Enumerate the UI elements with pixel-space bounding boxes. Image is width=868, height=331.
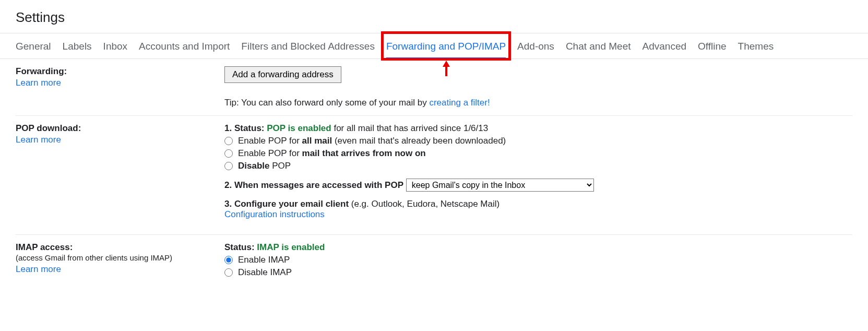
tabs-bar: GeneralLabelsInboxAccounts and ImportFil… — [0, 33, 868, 59]
pop-q3-bold: 3. Configure your email client — [224, 199, 349, 209]
pop-opt1-b: all mail — [302, 136, 332, 146]
imap-status-prefix: Status: — [224, 242, 257, 252]
tab-labels[interactable]: Labels — [63, 33, 92, 58]
tab-themes[interactable]: Themes — [738, 33, 774, 58]
pop-opt2-b: mail that arrives from now on — [302, 148, 426, 158]
configuration-instructions-link[interactable]: Configuration instructions — [224, 209, 325, 219]
forwarding-tip-text: Tip: You can also forward only some of y… — [224, 98, 429, 108]
pop-status-enabled: POP is enabled — [267, 123, 331, 133]
tab-chat-and-meet[interactable]: Chat and Meet — [566, 33, 631, 58]
section-imap: IMAP access: (access Gmail from other cl… — [16, 235, 852, 287]
imap-learn-more-link[interactable]: Learn more — [16, 264, 61, 275]
pop-q2-label: 2. When messages are accessed with POP — [224, 180, 403, 190]
tab-offline[interactable]: Offline — [698, 33, 727, 58]
pop-status-line: 1. Status: POP is enabled for all mail t… — [224, 123, 852, 134]
pop-option-now-on[interactable]: Enable POP for mail that arrives from no… — [224, 148, 852, 159]
tab-advanced[interactable]: Advanced — [643, 33, 687, 58]
forwarding-learn-more-link[interactable]: Learn more — [16, 78, 61, 88]
pop-q3-rest: (e.g. Outlook, Eudora, Netscape Mail) — [349, 199, 500, 209]
imap-option-enable[interactable]: Enable IMAP — [224, 255, 852, 265]
imap-subtitle: (access Gmail from other clients using I… — [16, 253, 172, 262]
tab-filters-and-blocked-addresses[interactable]: Filters and Blocked Addresses — [241, 33, 375, 58]
imap-title: IMAP access: — [16, 242, 73, 252]
pop-status-prefix: 1. Status: — [224, 123, 267, 133]
imap-radio-disable[interactable] — [224, 268, 233, 277]
pop-option-disable[interactable]: Disable POP — [224, 161, 852, 171]
pop-radio-now-on[interactable] — [224, 149, 233, 158]
section-forwarding: Forwarding: Learn more Add a forwarding … — [16, 59, 852, 116]
pop-when-accessed-row: 2. When messages are accessed with POP k… — [224, 179, 852, 192]
tab-inbox[interactable]: Inbox — [103, 33, 127, 58]
tab-accounts-and-import[interactable]: Accounts and Import — [139, 33, 230, 58]
section-pop: POP download: Learn more 1. Status: POP … — [16, 116, 852, 235]
pop-action-select[interactable]: keep Gmail's copy in the Inbox — [406, 179, 594, 192]
forwarding-title: Forwarding: — [16, 66, 67, 76]
imap-option-disable[interactable]: Disable IMAP — [224, 267, 852, 278]
imap-disable-label: Disable IMAP — [238, 267, 292, 278]
create-filter-link[interactable]: creating a filter! — [429, 98, 490, 108]
page-title: Settings — [0, 0, 868, 33]
add-forwarding-address-button[interactable]: Add a forwarding address — [224, 66, 341, 83]
pop-opt2-a: Enable POP for — [238, 148, 302, 158]
pop-configure-line: 3. Configure your email client (e.g. Out… — [224, 199, 852, 209]
imap-status-enabled: IMAP is enabled — [257, 242, 325, 252]
pop-opt3-b: POP — [269, 161, 291, 171]
imap-radio-enable[interactable] — [224, 256, 233, 264]
pop-option-all-mail[interactable]: Enable POP for all mail (even mail that'… — [224, 136, 852, 146]
tab-forwarding-and-pop-imap[interactable]: Forwarding and POP/IMAP — [386, 33, 506, 58]
tab-add-ons[interactable]: Add-ons — [517, 33, 554, 58]
imap-status-line: Status: IMAP is enabled — [224, 242, 852, 253]
pop-radio-disable[interactable] — [224, 162, 233, 170]
pop-learn-more-link[interactable]: Learn more — [16, 135, 61, 145]
settings-body: Forwarding: Learn more Add a forwarding … — [0, 59, 868, 287]
pop-radio-all-mail[interactable] — [224, 137, 233, 145]
pop-opt3-a: Disable — [238, 161, 269, 171]
pop-opt1-a: Enable POP for — [238, 136, 302, 146]
pop-opt1-c: (even mail that's already been downloade… — [332, 136, 506, 146]
forwarding-tip: Tip: You can also forward only some of y… — [224, 98, 852, 108]
tab-general[interactable]: General — [16, 33, 51, 58]
imap-enable-label: Enable IMAP — [238, 255, 290, 265]
pop-title: POP download: — [16, 123, 81, 133]
pop-status-suffix: for all mail that has arrived since 1/6/… — [331, 123, 488, 133]
